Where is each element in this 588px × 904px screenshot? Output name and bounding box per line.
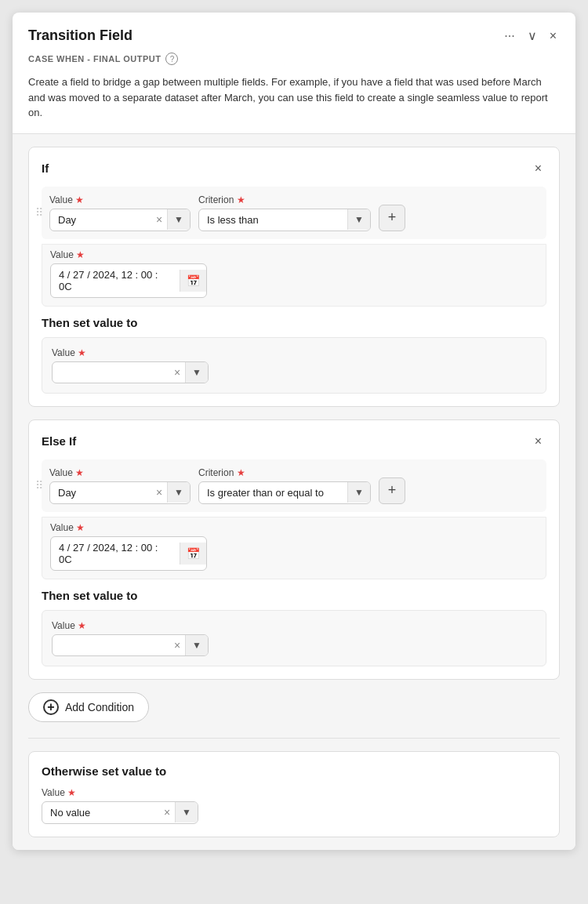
else-if-date-row: Value ★ 4 / 27 / 2024, 12 : 00 : 0C 📅: [42, 517, 546, 579]
collapse-button[interactable]: ∨: [524, 25, 540, 46]
otherwise-title: Otherwise set value to: [42, 764, 546, 778]
else-if-criterion-display: Is greater than or equal to: [199, 482, 347, 503]
if-date-input[interactable]: 4 / 27 / 2024, 12 : 00 : 0C 📅: [50, 263, 207, 298]
else-if-value-group: Value ★ Day × ▼: [49, 467, 191, 504]
if-fields-row: ⠿ Value ★ Day × ▼ Criterion: [42, 187, 546, 239]
else-if-date-input[interactable]: 4 / 27 / 2024, 12 : 00 : 0C 📅: [50, 536, 207, 571]
otherwise-arrow[interactable]: ▼: [175, 802, 198, 822]
else-if-value-clear[interactable]: ×: [151, 486, 167, 499]
otherwise-value-display: No value: [42, 802, 159, 823]
subtitle-text: CASE WHEN - FINAL OUTPUT: [28, 54, 161, 64]
if-then-value-group: Value ★ × ▼: [52, 347, 536, 383]
else-if-criterion-label: Criterion ★: [198, 467, 371, 478]
if-criterion-label: Criterion ★: [198, 194, 371, 205]
if-then-value-label: Value ★: [52, 347, 536, 358]
help-icon[interactable]: ?: [165, 53, 178, 65]
if-date-label: Value ★: [50, 249, 538, 260]
else-if-date-group: Value ★ 4 / 27 / 2024, 12 : 00 : 0C 📅: [50, 522, 538, 571]
else-if-add-button[interactable]: +: [379, 477, 405, 504]
more-options-button[interactable]: ···: [501, 26, 517, 46]
else-if-date-label: Value ★: [50, 522, 538, 533]
if-criterion-display: Is less than: [199, 209, 347, 231]
else-if-value-select[interactable]: Day × ▼: [49, 481, 191, 504]
else-if-block-header: Else If ×: [42, 433, 546, 450]
subtitle-row: CASE WHEN - FINAL OUTPUT ?: [13, 53, 575, 71]
if-then-section: Then set value to Value ★ × ▼: [42, 316, 546, 394]
otherwise-value-group: Value ★ No value × ▼: [42, 787, 546, 824]
if-value-display: Day: [50, 209, 151, 231]
else-if-criterion-group: Criterion ★ Is greater than or equal to …: [198, 467, 371, 504]
else-if-value-arrow[interactable]: ▼: [167, 482, 190, 503]
if-date-group: Value ★ 4 / 27 / 2024, 12 : 00 : 0C 📅: [50, 249, 538, 298]
chevron-down-icon: ∨: [528, 28, 537, 43]
otherwise-value-select[interactable]: No value × ▼: [42, 801, 198, 824]
more-icon: ···: [504, 29, 514, 43]
else-if-value-display: Day: [50, 482, 151, 503]
if-then-value-select[interactable]: × ▼: [52, 361, 209, 383]
add-condition-label: Add Condition: [65, 701, 134, 713]
if-value-clear[interactable]: ×: [151, 213, 167, 226]
else-if-then-clear[interactable]: ×: [169, 639, 185, 652]
if-value-label: Value ★: [49, 194, 191, 205]
otherwise-section: Otherwise set value to Value ★ No value …: [28, 751, 560, 837]
otherwise-value-label: Value ★: [42, 787, 546, 798]
if-close-button[interactable]: ×: [530, 160, 546, 177]
else-if-fields-row: ⠿ Value ★ Day × ▼ Criterion: [42, 459, 546, 512]
if-calendar-button[interactable]: 📅: [180, 270, 206, 292]
panel-title: Transition Field: [28, 27, 132, 44]
if-then-title: Then set value to: [42, 316, 546, 329]
description: Create a field to bridge a gap between m…: [13, 71, 575, 134]
else-if-then-section: Then set value to Value ★ × ▼: [42, 589, 546, 666]
else-if-criterion-select[interactable]: Is greater than or equal to ▼: [198, 481, 371, 504]
else-if-calendar-button[interactable]: 📅: [180, 543, 206, 565]
if-criterion-group: Criterion ★ Is less than ▼: [198, 194, 371, 231]
if-then-arrow[interactable]: ▼: [185, 362, 208, 383]
else-if-then-value-select[interactable]: × ▼: [52, 634, 209, 656]
if-date-value: 4 / 27 / 2024, 12 : 00 : 0C: [51, 264, 180, 297]
if-then-inner: Value ★ × ▼: [42, 337, 546, 394]
if-then-clear[interactable]: ×: [169, 366, 185, 379]
panel-header: Transition Field ··· ∨ ×: [13, 13, 575, 53]
else-if-then-value-group: Value ★ × ▼: [52, 620, 536, 656]
if-then-value-display: [53, 368, 169, 377]
if-value-group: Value ★ Day × ▼: [49, 194, 191, 231]
else-if-then-value-display: [53, 641, 169, 650]
header-icons: ··· ∨ ×: [501, 25, 560, 46]
else-if-criterion-arrow[interactable]: ▼: [347, 482, 370, 503]
panel-body: If × ⠿ Value ★ Day × ▼: [13, 134, 575, 850]
divider: [28, 738, 560, 739]
else-if-close-button[interactable]: ×: [530, 433, 546, 450]
drag-handle[interactable]: ⠿: [35, 206, 43, 219]
if-criterion-arrow[interactable]: ▼: [347, 209, 370, 230]
else-if-then-inner: Value ★ × ▼: [42, 610, 546, 666]
otherwise-clear[interactable]: ×: [159, 806, 175, 819]
else-if-value-label: Value ★: [49, 467, 191, 478]
close-panel-button[interactable]: ×: [546, 26, 560, 46]
else-if-block: Else If × ⠿ Value ★ Day × ▼: [28, 419, 560, 680]
if-date-row: Value ★ 4 / 27 / 2024, 12 : 00 : 0C 📅: [42, 244, 546, 307]
if-value-select[interactable]: Day × ▼: [49, 209, 191, 231]
else-drag-handle[interactable]: ⠿: [35, 479, 43, 492]
add-condition-button[interactable]: + Add Condition: [28, 692, 149, 722]
if-value-arrow[interactable]: ▼: [167, 209, 190, 230]
else-if-date-value: 4 / 27 / 2024, 12 : 00 : 0C: [51, 537, 180, 570]
else-if-title: Else If: [42, 434, 76, 448]
else-if-then-value-label: Value ★: [52, 620, 536, 631]
add-condition-icon: +: [43, 699, 59, 715]
if-block: If × ⠿ Value ★ Day × ▼: [28, 147, 560, 407]
transition-field-panel: Transition Field ··· ∨ × CASE WHEN - FIN…: [13, 13, 575, 850]
close-icon: ×: [550, 29, 557, 43]
else-if-then-title: Then set value to: [42, 589, 546, 602]
if-block-header: If ×: [42, 160, 546, 177]
else-if-then-arrow[interactable]: ▼: [185, 635, 208, 655]
required-star: ★: [75, 194, 84, 205]
if-criterion-select[interactable]: Is less than ▼: [198, 209, 371, 231]
if-title: If: [42, 162, 49, 175]
if-add-button[interactable]: +: [379, 205, 405, 231]
required-star-2: ★: [237, 194, 245, 205]
